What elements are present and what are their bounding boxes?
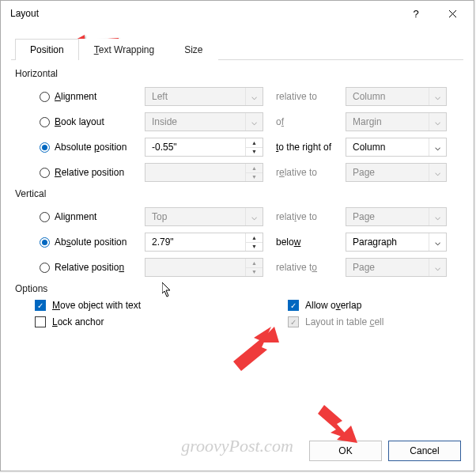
chevron-down-icon: ▼ — [246, 267, 263, 277]
label-v-alignment: Alignment — [55, 211, 140, 222]
radio-v-alignment[interactable] — [40, 212, 50, 222]
select-h-alignment-rel: Column ⌵ — [346, 87, 447, 106]
group-horizontal: Horizontal — [15, 68, 459, 79]
select-h-alignment-value: Left ⌵ — [145, 87, 263, 106]
chevron-down-icon: ▼ — [246, 147, 263, 157]
select-v-alignment-rel: Page ⌵ — [346, 207, 447, 226]
layout-dialog: Layout ? Position Text Wrapping Size Hor… — [0, 0, 474, 471]
chevron-up-icon: ▲ — [246, 233, 263, 242]
chevron-down-icon: ⌵ — [245, 113, 263, 131]
group-options: Options — [15, 283, 459, 294]
chevron-down-icon: ⌵ — [429, 113, 446, 131]
select-h-relative-rel: Page ⌵ — [346, 163, 447, 182]
radio-v-absolute[interactable] — [40, 237, 50, 248]
chevron-down-icon: ▼ — [246, 242, 263, 252]
chevron-down-icon: ⌵ — [429, 208, 446, 225]
radio-h-alignment[interactable] — [40, 92, 50, 102]
chevron-up-icon: ▲ — [246, 259, 263, 267]
radio-h-relative[interactable] — [40, 168, 50, 178]
label-h-alignment: Alignment — [55, 91, 140, 102]
label-h-book: Book layout — [55, 116, 140, 127]
label-h-book-rel: of — [268, 116, 341, 127]
select-h-absolute-rel[interactable]: Column ⌵ — [346, 138, 447, 157]
watermark: groovyPost.com — [181, 436, 293, 456]
label-h-absolute: Absolute position — [55, 142, 140, 153]
tab-text-wrapping[interactable]: Text Wrapping — [79, 39, 169, 60]
label-h-relative: Relative position — [55, 167, 140, 178]
chevron-up-icon: ▲ — [246, 164, 263, 172]
chevron-down-icon: ⌵ — [429, 164, 446, 181]
radio-v-relative[interactable] — [40, 263, 50, 273]
label-h-alignment-rel: relative to — [268, 91, 341, 102]
label-h-absolute-rel: to the right of — [268, 142, 341, 153]
checkbox-layout-in-cell: ✓ Layout in table cell — [288, 316, 383, 327]
close-button[interactable] — [434, 2, 470, 25]
chevron-up-icon: ▲ — [246, 138, 263, 147]
label-v-absolute-rel: below — [268, 236, 341, 248]
label-v-absolute: Absolute position — [55, 236, 140, 248]
tab-row: Position Text Wrapping Size — [1, 39, 474, 60]
label-v-relative: Relative position — [55, 262, 140, 273]
radio-h-absolute[interactable] — [40, 142, 50, 153]
radio-h-book[interactable] — [40, 117, 50, 127]
spinner-v-relative: ▲▼ — [145, 258, 263, 277]
chevron-down-icon: ⌵ — [429, 233, 446, 251]
label-v-alignment-rel: relative to — [268, 211, 341, 222]
tab-size[interactable]: Size — [169, 39, 217, 60]
checkbox-lock-anchor[interactable]: Lock anchor — [35, 316, 240, 327]
help-button[interactable]: ? — [398, 2, 434, 25]
spinner-h-absolute[interactable]: -0.55" ▲▼ — [145, 138, 263, 157]
label-h-relative-rel: relative to — [268, 167, 341, 178]
chevron-down-icon: ⌵ — [429, 259, 446, 276]
chevron-down-icon: ⌵ — [429, 138, 446, 156]
tab-position[interactable]: Position — [15, 39, 79, 60]
group-vertical: Vertical — [15, 188, 459, 199]
titlebar: Layout ? — [1, 1, 474, 26]
select-v-relative-rel: Page ⌵ — [346, 258, 447, 277]
checkbox-move-with-text[interactable]: ✓ Move object with text — [35, 300, 240, 311]
select-v-alignment-value: Top ⌵ — [145, 207, 263, 226]
chevron-down-icon: ⌵ — [245, 88, 263, 105]
dialog-footer: OK Cancel — [309, 441, 461, 461]
dialog-title: Layout — [10, 8, 398, 19]
select-h-book-rel: Margin ⌵ — [346, 112, 447, 131]
chevron-down-icon: ⌵ — [245, 208, 263, 225]
close-icon — [448, 9, 457, 18]
select-h-book-value: Inside ⌵ — [145, 112, 263, 131]
spinner-v-absolute[interactable]: 2.79" ▲▼ — [145, 233, 263, 252]
chevron-down-icon: ⌵ — [429, 88, 446, 105]
label-v-relative-rel: relative to — [268, 262, 341, 273]
select-v-absolute-rel[interactable]: Paragraph ⌵ — [346, 233, 447, 252]
chevron-down-icon: ▼ — [246, 172, 263, 182]
cancel-button[interactable]: Cancel — [388, 441, 461, 461]
spinner-h-relative: ▲▼ — [145, 163, 263, 182]
checkbox-allow-overlap[interactable]: ✓ Allow overlap — [288, 300, 361, 311]
ok-button[interactable]: OK — [309, 441, 382, 461]
